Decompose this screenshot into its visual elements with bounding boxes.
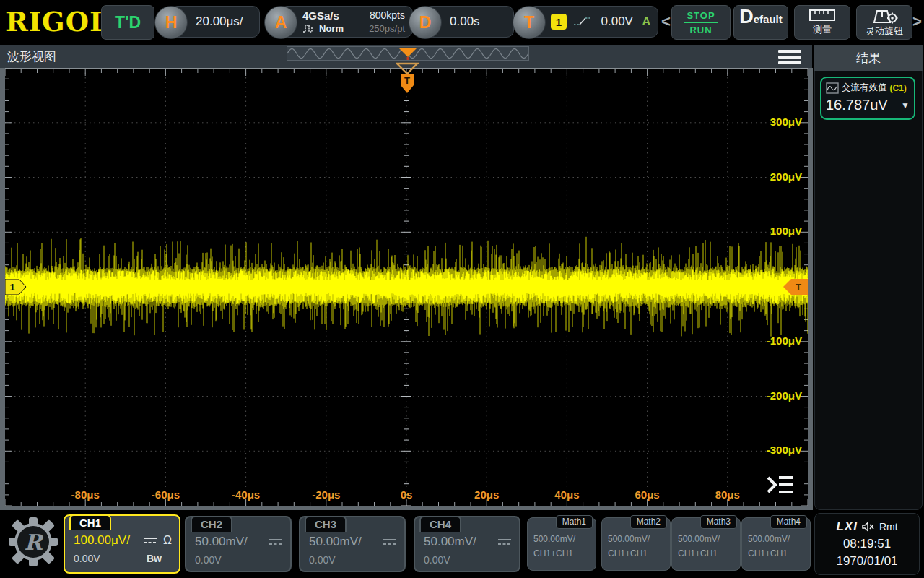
math1-card[interactable]: Math1 500.00mV/ CH1+CH1	[527, 517, 596, 571]
y-axis-label: 300μV	[744, 116, 802, 128]
default-label-rest: efault	[754, 13, 783, 25]
remote-indicator: Rmt	[879, 521, 898, 532]
quick-knob-button[interactable]: 灵动旋钮	[856, 5, 912, 40]
waveform-view-title: 波形视图	[7, 48, 56, 65]
stop-label: STOP	[684, 10, 718, 23]
math2-tab: Math2	[630, 515, 667, 529]
trigger-source-badge: 1	[551, 14, 567, 30]
trigger-knob[interactable]: T	[513, 6, 546, 39]
trigger-status-button[interactable]: T'D	[101, 5, 154, 40]
rigol-gear-logo[interactable]: R	[7, 516, 59, 568]
ch2-offset: 0.00V	[195, 554, 283, 566]
results-title-text: 结果	[856, 50, 881, 66]
waveform-menu-icon[interactable]	[778, 50, 801, 64]
rigol-logo: RIGOL	[6, 6, 109, 38]
x-axis-label: -40μs	[232, 488, 260, 501]
ch4-scale: 50.00mV/	[424, 535, 492, 549]
ch2-tab: CH2	[191, 516, 232, 532]
math3-expression: CH1+CH1	[678, 548, 740, 558]
y-axis-label: -200μV	[744, 389, 802, 402]
svg-text:R: R	[25, 530, 44, 555]
ch4-offset: 0.00V	[424, 554, 512, 566]
status-clock-panel[interactable]: LXI Rmt 08:19:51 1970/01/01	[814, 513, 920, 575]
channel-card-ch1[interactable]: CH1 100.00μV/ Ω 0.00V Bw	[64, 514, 180, 574]
sample-resolution: 250ps/pt	[369, 23, 405, 34]
ch1-ground-marker[interactable]: 1	[5, 279, 27, 295]
acquire-mode: Norm	[319, 23, 344, 34]
trigger-level: 0.00V	[598, 14, 635, 29]
measure-label: 测量	[813, 23, 832, 36]
trigger-status-label: T'D	[115, 13, 141, 33]
math3-tab: Math3	[700, 515, 737, 529]
y-axis-label: -100μV	[744, 335, 802, 347]
waveform-display[interactable]: 1 T 300μV200μV100μV-100μV-200μV-300μV-80…	[5, 68, 808, 506]
trigger-slope-icon	[573, 15, 592, 28]
horizontal-knob[interactable]: H	[154, 6, 188, 39]
trigger-sweep-mode: A	[642, 15, 650, 28]
measurement-expand-icon[interactable]: ▼	[901, 100, 910, 111]
x-axis-label: -20μs	[312, 488, 340, 501]
math1-tab: Math1	[556, 515, 593, 529]
acquire-knob[interactable]: A	[264, 6, 297, 39]
math1-expression: CH1+CH1	[533, 548, 596, 558]
system-date: 1970/01/01	[836, 554, 897, 569]
ch2-scale: 50.00mV/	[195, 535, 263, 549]
x-axis-label: 40μs	[554, 488, 579, 501]
knob-gear-icon	[870, 8, 899, 24]
acquire-info-button[interactable]: 4GSa/s 800kpts Norm 250ps/pt	[280, 6, 413, 38]
delay-knob[interactable]: D	[409, 6, 442, 39]
channel-card-ch2[interactable]: CH2 50.00mV/ 0.00V	[185, 516, 292, 572]
toolbar-scroll-right[interactable]: >	[912, 13, 922, 30]
dc-coupling-icon	[383, 538, 397, 547]
x-axis-label: -80μs	[71, 488, 100, 501]
math3-card[interactable]: Math3 500.00mV/ CH1+CH1	[671, 517, 741, 571]
channel-card-ch3[interactable]: CH3 50.00mV/ 0.00V	[299, 516, 406, 572]
default-label-initial: D	[739, 6, 754, 28]
ch1-bandwidth: Bw	[147, 553, 162, 564]
overview-trigger-marker[interactable]	[398, 48, 417, 57]
trigger-level-marker[interactable]: T	[783, 279, 808, 295]
x-axis-label: -60μs	[152, 488, 180, 501]
math4-scale: 500.00mV/	[748, 534, 810, 544]
grid-menu-icon[interactable]	[766, 474, 795, 496]
toolbar-scroll-left[interactable]: <	[661, 13, 671, 30]
y-axis-label: 100μV	[744, 225, 802, 237]
math2-scale: 500.00mV/	[608, 534, 670, 544]
measure-button[interactable]: 测量	[794, 5, 850, 40]
sample-rate: 4GSa/s	[302, 9, 362, 22]
svg-text:T: T	[796, 282, 801, 293]
x-axis-label: 20μs	[474, 488, 499, 501]
y-axis-label: 200μV	[744, 171, 802, 183]
default-button[interactable]: Default	[733, 5, 788, 40]
delay-knob-letter: D	[419, 13, 432, 33]
measurement-type-icon	[826, 82, 839, 94]
results-panel-title: 结果	[814, 45, 923, 71]
record-overview-strip[interactable]	[287, 46, 529, 61]
acquire-knob-letter: A	[275, 13, 287, 33]
math1-scale: 500.00mV/	[533, 534, 596, 544]
stop-run-button[interactable]: STOP RUN	[671, 5, 731, 40]
channel-card-ch4[interactable]: CH4 50.00mV/ 0.00V	[414, 516, 520, 572]
svg-text:1: 1	[9, 282, 14, 293]
trigger-position-marker[interactable]: T	[396, 62, 419, 95]
measurement-result-card[interactable]: 交流有效值(C1) 16.787uV ▼	[820, 77, 915, 120]
x-axis-label: 60μs	[635, 488, 659, 501]
ch1-tab: CH1	[69, 514, 111, 530]
ch1-impedance: Ω	[163, 534, 172, 547]
math2-expression: CH1+CH1	[608, 548, 670, 558]
run-label: RUN	[689, 25, 712, 35]
measurement-value: 16.787uV	[826, 97, 888, 113]
trigger-settings-button[interactable]: 1 0.00V A	[528, 6, 658, 38]
dc-coupling-icon	[497, 538, 512, 547]
ch3-tab: CH3	[305, 516, 346, 532]
math4-tab: Math4	[770, 515, 807, 529]
math2-card[interactable]: Math2 500.00mV/ CH1+CH1	[601, 517, 671, 571]
ch3-offset: 0.00V	[309, 554, 397, 566]
acquire-mode-icon	[302, 24, 315, 33]
svg-text:T: T	[404, 75, 410, 86]
dc-coupling-icon	[143, 536, 157, 545]
ch1-offset: 0.00V	[74, 553, 147, 564]
ruler-icon	[809, 9, 835, 22]
quick-knob-label: 灵动旋钮	[866, 25, 903, 38]
math4-card[interactable]: Math4 500.00mV/ CH1+CH1	[741, 517, 811, 571]
